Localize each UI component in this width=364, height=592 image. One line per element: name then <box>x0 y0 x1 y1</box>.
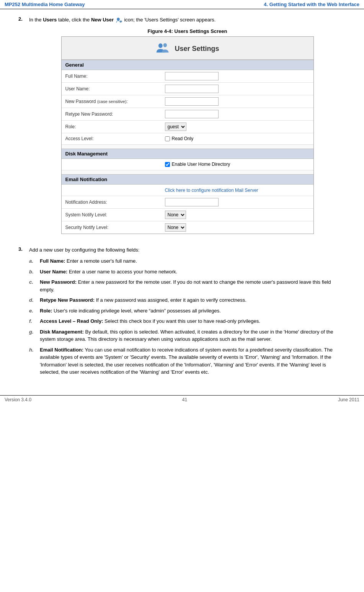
sub-letter: g. <box>29 328 40 343</box>
sub-text: Role: User's role indicating privilege l… <box>40 307 346 315</box>
select-secnotify[interactable]: None <box>165 223 186 232</box>
step-2-content: In the Users table, click the New User i… <box>29 16 346 241</box>
svg-point-3 <box>158 43 163 48</box>
sub-text: Retype New Password: If a new password w… <box>40 296 346 304</box>
row-role: Role: guest <box>62 121 313 133</box>
row-retypepassword: Retype New Password: <box>62 108 313 121</box>
footer-page: 41 <box>182 397 187 402</box>
row-notifaddress: Notification Address: <box>62 196 313 209</box>
checkbox-row-homedir: Enable User Home Directory <box>165 162 310 167</box>
label-retypepassword: Retype New Password: <box>65 111 165 117</box>
control-secnotify: None <box>165 223 310 232</box>
control-username <box>165 85 310 93</box>
sub-text: Full Name: Enter a remote user's full na… <box>40 257 346 265</box>
header-right: 4. Getting Started with the Web Interfac… <box>264 2 359 7</box>
new-user-icon <box>116 17 122 23</box>
control-newpassword <box>165 97 310 106</box>
step-3-intro: Add a new user by configuring the follow… <box>29 246 346 254</box>
figure-title: Figure 4-4: Users Settings Screen <box>29 28 346 34</box>
label-username: User Name: <box>65 86 165 92</box>
sub-letter: d. <box>29 296 40 304</box>
label-readonly: Read Only <box>172 136 194 141</box>
input-retypepassword[interactable] <box>165 110 219 118</box>
input-username[interactable] <box>165 85 219 93</box>
row-newpassword: New Password (case sensitive): <box>62 95 313 108</box>
control-accesslevel: Read Only <box>165 136 310 141</box>
sub-list-item: c.New Password: Enter a new password for… <box>29 278 346 293</box>
row-username: User Name: <box>62 83 313 95</box>
sub-list-item: e.Role: User's role indicating privilege… <box>29 307 346 315</box>
sub-letter: a. <box>29 257 40 265</box>
step-2: 2. In the Users table, click the New Use… <box>18 16 346 241</box>
step-2-number: 2. <box>18 16 29 241</box>
sub-letter: b. <box>29 268 40 276</box>
header-left: MP252 Multimedia Home Gateway <box>5 2 85 7</box>
link-mailserver[interactable]: Click here to configure notification Mai… <box>165 188 258 193</box>
section-general: General <box>62 60 313 70</box>
step-2-text: In the Users table, click the New User i… <box>29 16 346 24</box>
label-role: Role: <box>65 124 165 129</box>
sub-letter: c. <box>29 278 40 293</box>
page-footer: Version 3.4.0 41 June 2011 <box>0 395 364 404</box>
label-sysnotify: System Notify Level: <box>65 212 165 218</box>
sub-list-item: b.User Name: Enter a user name to access… <box>29 268 346 276</box>
user-settings-icon <box>155 41 171 57</box>
spacer-2 <box>62 170 313 174</box>
control-role: guest <box>165 123 310 131</box>
main-content: 2. In the Users table, click the New Use… <box>0 9 364 391</box>
section-email-notification: Email Notification <box>62 174 313 185</box>
label-notifaddress: Notification Address: <box>65 200 165 205</box>
control-sysnotify: None <box>165 211 310 219</box>
sub-text: User Name: Enter a user name to access y… <box>40 268 346 276</box>
control-retypepassword <box>165 110 310 118</box>
control-fullname <box>165 72 310 80</box>
input-notifaddress[interactable] <box>165 198 219 206</box>
checkbox-readonly[interactable] <box>165 136 170 141</box>
label-secnotify: Security Notify Level: <box>65 225 165 230</box>
page-header: MP252 Multimedia Home Gateway 4. Getting… <box>0 0 364 9</box>
users-bold: Users <box>43 17 57 23</box>
sub-list-item: d.Retype New Password: If a new password… <box>29 296 346 304</box>
footer-date: June 2011 <box>338 397 359 402</box>
us-header: User Settings <box>62 37 313 60</box>
footer-version: Version 3.4.0 <box>5 397 31 402</box>
sub-letter: h. <box>29 346 40 376</box>
svg-point-4 <box>163 43 167 47</box>
row-homedir: Enable User Home Directory <box>62 159 313 170</box>
control-notifaddress <box>165 198 310 206</box>
control-homedir: Enable User Home Directory <box>165 162 310 167</box>
select-role[interactable]: guest <box>165 123 186 131</box>
input-fullname[interactable] <box>165 72 219 80</box>
sub-text: Access Level – Read Only: Select this ch… <box>40 317 346 325</box>
row-sysnotify: System Notify Level: None <box>62 209 313 221</box>
step-3-list: a.Full Name: Enter a remote user's full … <box>29 257 346 376</box>
row-fullname: Full Name: <box>62 70 313 83</box>
sub-letter: e. <box>29 307 40 315</box>
sub-letter: f. <box>29 317 40 325</box>
sub-list-item: g.Disk Management: By default, this opti… <box>29 328 346 343</box>
new-user-bold: New User <box>91 17 114 23</box>
sub-list-item: h.Email Notification: You can use email … <box>29 346 346 376</box>
row-secnotify: Security Notify Level: None <box>62 221 313 234</box>
control-mailserver: Click here to configure notification Mai… <box>165 187 310 193</box>
label-homedir-text: Enable User Home Directory <box>172 162 230 167</box>
us-header-title: User Settings <box>175 45 219 53</box>
sub-text: Disk Management: By default, this option… <box>40 328 346 343</box>
svg-point-0 <box>117 18 119 20</box>
select-sysnotify[interactable]: None <box>165 211 186 219</box>
spacer-1 <box>62 145 313 149</box>
step-3-content: Add a new user by configuring the follow… <box>29 246 346 379</box>
sub-list-item: a.Full Name: Enter a remote user's full … <box>29 257 346 265</box>
sub-text: Email Notification: You can use email no… <box>40 346 346 376</box>
row-accesslevel: Access Level: Read Only <box>62 133 313 145</box>
sub-list-item: f.Access Level – Read Only: Select this … <box>29 317 346 325</box>
label-fullname: Full Name: <box>65 74 165 79</box>
step-3: 3. Add a new user by configuring the fol… <box>18 246 346 379</box>
section-disk-management: Disk Management <box>62 149 313 159</box>
label-newpassword: New Password (case sensitive): <box>65 99 165 104</box>
checkbox-row-accesslevel: Read Only <box>165 136 310 141</box>
checkbox-homedir[interactable] <box>165 162 170 167</box>
row-mailserver: Click here to configure notification Mai… <box>62 185 313 196</box>
input-newpassword[interactable] <box>165 97 219 106</box>
step-3-number: 3. <box>18 246 29 379</box>
